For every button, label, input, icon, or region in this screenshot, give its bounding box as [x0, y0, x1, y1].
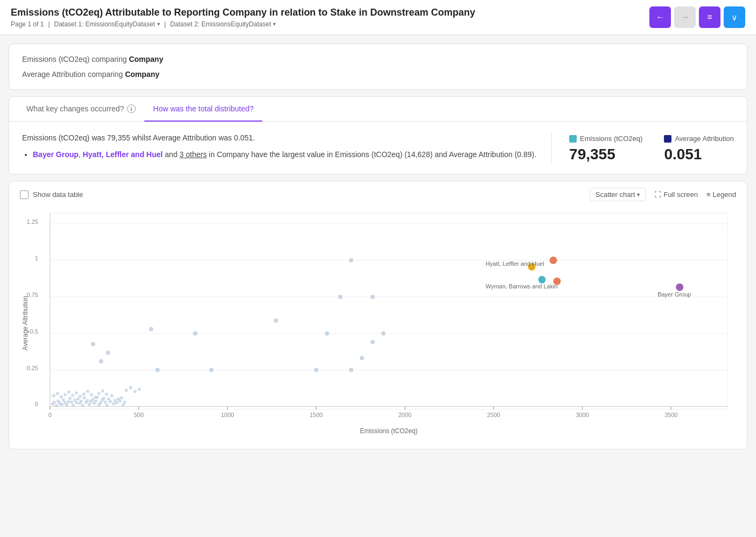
stat-emissions-value: 79,355	[569, 146, 642, 163]
dataset2-chevron-icon[interactable]: ▾	[273, 21, 276, 27]
metric-attribution-prefix: Average Attribution comparing	[22, 70, 125, 79]
svg-text:0: 0	[48, 412, 52, 418]
svg-point-40	[67, 400, 70, 403]
tab-key-changes[interactable]: What key changes occurred? ℹ	[18, 97, 144, 122]
metric-row-attribution: Average Attribution comparing Company	[22, 70, 734, 79]
svg-point-97	[209, 368, 213, 372]
svg-point-94	[149, 327, 153, 331]
svg-point-32	[53, 400, 56, 404]
svg-point-52	[86, 399, 89, 402]
chart-type-label: Scatter chart	[596, 190, 635, 199]
wyman-dot-1[interactable]	[538, 276, 546, 284]
legend-button[interactable]: ≡ Legend	[706, 190, 736, 199]
svg-point-111	[138, 387, 141, 391]
insights-panel: Emissions (tCO2eq) was 79,355 whilst Ave…	[9, 122, 747, 174]
svg-point-57	[94, 399, 97, 402]
chart-options: Scatter chart ▾ ⛶ Full screen ≡ Legend	[590, 188, 736, 201]
back-button[interactable]: ←	[649, 6, 671, 28]
link-hyatt[interactable]: Hyatt, Leffler and Huel	[83, 150, 163, 159]
svg-point-83	[79, 394, 82, 398]
info-icon[interactable]: ℹ	[127, 104, 136, 113]
stat-attribution-label: Average Attribution	[664, 135, 734, 143]
svg-point-88	[97, 392, 101, 395]
chart-type-chevron-icon: ▾	[637, 192, 640, 197]
svg-point-103	[360, 356, 364, 361]
svg-text:0.25: 0.25	[27, 365, 38, 371]
header-left: Emissions (tCO2eq) Attributable to Repor…	[11, 7, 475, 28]
data-table-label: Show data table	[33, 190, 83, 199]
svg-point-85	[86, 390, 89, 393]
svg-rect-7	[50, 213, 727, 409]
svg-point-108	[125, 388, 128, 392]
svg-point-82	[75, 391, 78, 394]
main-content: Emissions (tCO2eq) comparing Company Ave…	[0, 35, 756, 464]
fullscreen-icon: ⛶	[654, 190, 661, 199]
svg-point-45	[75, 401, 78, 404]
tab-distribution[interactable]: How was the total distributed?	[144, 97, 262, 122]
svg-point-66	[109, 400, 112, 403]
svg-point-74	[122, 403, 125, 406]
hyatt-dot-2[interactable]	[550, 257, 557, 264]
svg-point-72	[118, 399, 122, 402]
svg-point-42	[70, 400, 73, 404]
svg-point-93	[106, 351, 110, 355]
svg-point-53	[88, 402, 91, 406]
svg-point-87	[94, 395, 97, 399]
show-data-table: Show data table	[20, 190, 83, 199]
svg-point-50	[83, 396, 86, 399]
svg-point-73	[120, 396, 123, 399]
insight-stats-panel: Emissions (tCO2eq) 79,355 Average Attrib…	[552, 132, 734, 163]
stat-emissions-label: Emissions (tCO2eq)	[569, 135, 642, 143]
svg-point-48	[80, 399, 83, 402]
svg-point-67	[110, 394, 114, 397]
svg-point-104	[370, 340, 375, 344]
emissions-color-box	[569, 135, 577, 143]
svg-point-91	[91, 342, 95, 347]
svg-text:500: 500	[134, 412, 144, 418]
svg-point-101	[338, 295, 342, 299]
bayer-dot[interactable]	[676, 284, 683, 291]
bayer-label: Bayer Group	[657, 291, 691, 298]
svg-point-105	[349, 258, 353, 263]
svg-point-90	[105, 392, 108, 395]
analysis-card: What key changes occurred? ℹ How was the…	[9, 96, 747, 174]
metric-row-emissions: Emissions (tCO2eq) comparing Company	[22, 55, 734, 63]
menu-button[interactable]: ≡	[699, 6, 720, 28]
dropdown-button[interactable]: ∨	[724, 6, 745, 28]
dataset1-chevron-icon[interactable]: ▾	[157, 21, 160, 27]
svg-point-76	[52, 394, 55, 397]
forward-button[interactable]: →	[674, 6, 696, 28]
svg-point-36	[60, 402, 64, 406]
page-title: Emissions (tCO2eq) Attributable to Repor…	[11, 7, 475, 18]
svg-point-89	[101, 389, 104, 392]
svg-point-78	[60, 395, 63, 398]
link-others[interactable]: 3 others	[179, 150, 207, 159]
svg-point-77	[56, 392, 59, 395]
header: Emissions (tCO2eq) Attributable to Repor…	[0, 0, 756, 35]
chart-type-selector[interactable]: Scatter chart ▾	[590, 188, 646, 201]
svg-point-107	[381, 331, 386, 336]
fullscreen-button[interactable]: ⛶ Full screen	[654, 190, 698, 199]
legend-label: Legend	[713, 190, 736, 199]
svg-point-62	[102, 397, 106, 400]
svg-text:Average Attribution: Average Attribution	[22, 296, 29, 350]
data-table-checkbox[interactable]	[20, 190, 29, 199]
svg-text:3000: 3000	[576, 412, 589, 418]
link-bayer-group[interactable]: Bayer Group	[33, 150, 79, 159]
svg-point-60	[99, 401, 102, 404]
insight-summary: Emissions (tCO2eq) was 79,355 whilst Ave…	[22, 132, 538, 144]
svg-point-68	[112, 402, 115, 405]
svg-text:3500: 3500	[664, 412, 677, 418]
hyatt-label: Hyatt, Leffler and Huel	[486, 260, 544, 267]
svg-point-99	[314, 368, 318, 372]
dataset2-label[interactable]: Dataset 2: EmissionsEquityDataset	[170, 20, 271, 28]
svg-point-37	[62, 398, 65, 401]
svg-text:0.5: 0.5	[30, 328, 38, 335]
scatter-chart: Average Attribution 0 0.25 0.5 0.75 1 1.…	[18, 208, 738, 439]
svg-point-100	[325, 331, 329, 336]
tabs-container: What key changes occurred? ℹ How was the…	[9, 97, 747, 122]
svg-point-63	[104, 400, 107, 404]
svg-point-39	[65, 403, 68, 406]
dataset1-label[interactable]: Dataset 1: EmissionsEquityDataset	[54, 20, 155, 28]
svg-text:0.75: 0.75	[27, 292, 38, 298]
